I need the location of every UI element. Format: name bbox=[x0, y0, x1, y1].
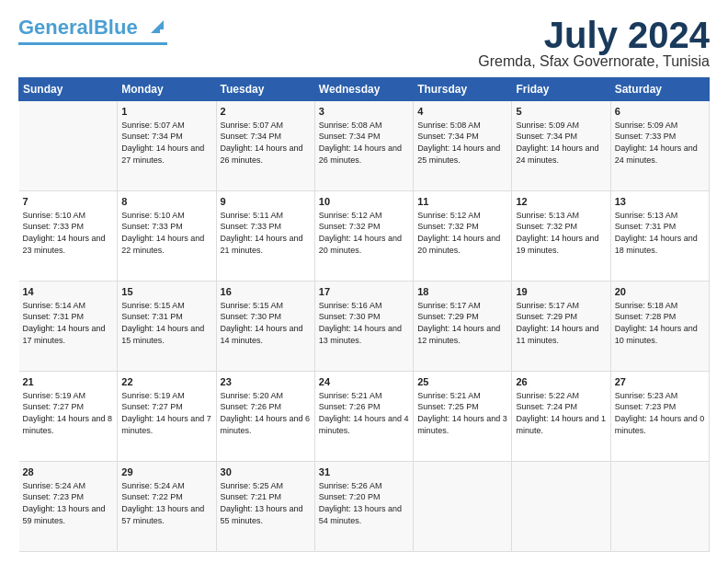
day-number: 4 bbox=[417, 105, 507, 119]
calendar-day-cell: 19Sunrise: 5:17 AMSunset: 7:29 PMDayligh… bbox=[512, 282, 610, 372]
calendar-day-cell: 11Sunrise: 5:12 AMSunset: 7:32 PMDayligh… bbox=[414, 191, 512, 282]
day-number: 15 bbox=[121, 285, 211, 299]
calendar-day-cell: 28Sunrise: 5:24 AMSunset: 7:23 PMDayligh… bbox=[19, 462, 118, 552]
day-number: 18 bbox=[417, 285, 507, 299]
sun-info: Sunrise: 5:13 AMSunset: 7:32 PMDaylight:… bbox=[516, 210, 606, 256]
calendar-table: Sunday Monday Tuesday Wednesday Thursday… bbox=[18, 77, 710, 552]
calendar-day-cell: 21Sunrise: 5:19 AMSunset: 7:27 PMDayligh… bbox=[19, 372, 118, 462]
calendar-day-cell: 13Sunrise: 5:13 AMSunset: 7:31 PMDayligh… bbox=[610, 191, 709, 282]
day-number: 12 bbox=[516, 195, 606, 209]
calendar-day-cell: 30Sunrise: 5:25 AMSunset: 7:21 PMDayligh… bbox=[216, 462, 314, 552]
sun-info: Sunrise: 5:19 AMSunset: 7:27 PMDaylight:… bbox=[121, 390, 211, 436]
calendar-day-cell: 15Sunrise: 5:15 AMSunset: 7:31 PMDayligh… bbox=[118, 282, 216, 372]
calendar-day-cell: 24Sunrise: 5:21 AMSunset: 7:26 PMDayligh… bbox=[314, 372, 413, 462]
calendar-week-row: 14Sunrise: 5:14 AMSunset: 7:31 PMDayligh… bbox=[19, 282, 710, 372]
sun-info: Sunrise: 5:24 AMSunset: 7:23 PMDaylight:… bbox=[23, 480, 114, 526]
calendar-day-cell: 16Sunrise: 5:15 AMSunset: 7:30 PMDayligh… bbox=[216, 282, 314, 372]
day-number: 10 bbox=[319, 195, 409, 209]
day-number: 2 bbox=[221, 105, 311, 119]
calendar-day-cell bbox=[19, 101, 118, 191]
sun-info: Sunrise: 5:21 AMSunset: 7:25 PMDaylight:… bbox=[417, 390, 507, 436]
calendar-day-cell: 1Sunrise: 5:07 AMSunset: 7:34 PMDaylight… bbox=[118, 101, 216, 191]
calendar-day-cell bbox=[610, 462, 709, 552]
calendar-day-cell: 29Sunrise: 5:24 AMSunset: 7:22 PMDayligh… bbox=[118, 462, 216, 552]
calendar-day-cell: 18Sunrise: 5:17 AMSunset: 7:29 PMDayligh… bbox=[414, 282, 512, 372]
calendar-day-cell: 20Sunrise: 5:18 AMSunset: 7:28 PMDayligh… bbox=[610, 282, 709, 372]
calendar-day-cell: 17Sunrise: 5:16 AMSunset: 7:30 PMDayligh… bbox=[314, 282, 413, 372]
page-subtitle: Gremda, Sfax Governorate, Tunisia bbox=[478, 53, 710, 70]
sun-info: Sunrise: 5:17 AMSunset: 7:29 PMDaylight:… bbox=[516, 300, 606, 346]
day-number: 31 bbox=[319, 465, 409, 479]
calendar-day-cell: 7Sunrise: 5:10 AMSunset: 7:33 PMDaylight… bbox=[19, 191, 118, 282]
sun-info: Sunrise: 5:24 AMSunset: 7:22 PMDaylight:… bbox=[121, 480, 211, 526]
calendar-day-cell bbox=[512, 462, 610, 552]
sun-info: Sunrise: 5:20 AMSunset: 7:26 PMDaylight:… bbox=[221, 390, 311, 436]
calendar-week-row: 21Sunrise: 5:19 AMSunset: 7:27 PMDayligh… bbox=[19, 372, 710, 462]
calendar-week-row: 1Sunrise: 5:07 AMSunset: 7:34 PMDaylight… bbox=[19, 101, 710, 191]
page-title: July 2024 bbox=[478, 17, 710, 53]
sun-info: Sunrise: 5:17 AMSunset: 7:29 PMDaylight:… bbox=[417, 300, 507, 346]
sun-info: Sunrise: 5:16 AMSunset: 7:30 PMDaylight:… bbox=[319, 300, 409, 346]
col-tuesday: Tuesday bbox=[216, 78, 314, 101]
logo-bar bbox=[18, 42, 167, 45]
col-thursday: Thursday bbox=[414, 78, 512, 101]
sun-info: Sunrise: 5:19 AMSunset: 7:27 PMDaylight:… bbox=[23, 390, 114, 436]
calendar-day-cell: 31Sunrise: 5:26 AMSunset: 7:20 PMDayligh… bbox=[314, 462, 413, 552]
sun-info: Sunrise: 5:07 AMSunset: 7:34 PMDaylight:… bbox=[121, 120, 211, 166]
calendar-day-cell: 27Sunrise: 5:23 AMSunset: 7:23 PMDayligh… bbox=[610, 372, 709, 462]
col-wednesday: Wednesday bbox=[314, 78, 413, 101]
sun-info: Sunrise: 5:15 AMSunset: 7:30 PMDaylight:… bbox=[221, 300, 311, 346]
day-number: 8 bbox=[121, 195, 211, 209]
calendar-day-cell: 9Sunrise: 5:11 AMSunset: 7:33 PMDaylight… bbox=[216, 191, 314, 282]
header: GeneralBlue July 2024 Gremda, Sfax Gover… bbox=[18, 17, 710, 70]
sun-info: Sunrise: 5:10 AMSunset: 7:33 PMDaylight:… bbox=[121, 210, 211, 256]
logo-icon bbox=[147, 17, 167, 37]
col-monday: Monday bbox=[118, 78, 216, 101]
calendar-day-cell: 22Sunrise: 5:19 AMSunset: 7:27 PMDayligh… bbox=[118, 372, 216, 462]
calendar-day-cell: 2Sunrise: 5:07 AMSunset: 7:34 PMDaylight… bbox=[216, 101, 314, 191]
sun-info: Sunrise: 5:18 AMSunset: 7:28 PMDaylight:… bbox=[615, 300, 705, 346]
calendar-day-cell: 3Sunrise: 5:08 AMSunset: 7:34 PMDaylight… bbox=[314, 101, 413, 191]
sun-info: Sunrise: 5:23 AMSunset: 7:23 PMDaylight:… bbox=[615, 390, 705, 436]
calendar-week-row: 7Sunrise: 5:10 AMSunset: 7:33 PMDaylight… bbox=[19, 191, 710, 282]
day-number: 6 bbox=[615, 105, 705, 119]
day-number: 22 bbox=[121, 375, 211, 389]
day-number: 13 bbox=[615, 195, 705, 209]
sun-info: Sunrise: 5:25 AMSunset: 7:21 PMDaylight:… bbox=[221, 480, 311, 526]
sun-info: Sunrise: 5:09 AMSunset: 7:34 PMDaylight:… bbox=[516, 120, 606, 166]
day-number: 24 bbox=[319, 375, 409, 389]
day-number: 11 bbox=[417, 195, 507, 209]
col-sunday: Sunday bbox=[19, 78, 118, 101]
sun-info: Sunrise: 5:12 AMSunset: 7:32 PMDaylight:… bbox=[319, 210, 409, 256]
logo-general: General bbox=[18, 16, 94, 39]
col-friday: Friday bbox=[512, 78, 610, 101]
calendar-day-cell: 10Sunrise: 5:12 AMSunset: 7:32 PMDayligh… bbox=[314, 191, 413, 282]
calendar-week-row: 28Sunrise: 5:24 AMSunset: 7:23 PMDayligh… bbox=[19, 462, 710, 552]
logo-text: GeneralBlue bbox=[18, 17, 167, 40]
sun-info: Sunrise: 5:14 AMSunset: 7:31 PMDaylight:… bbox=[23, 300, 114, 346]
day-number: 23 bbox=[221, 375, 311, 389]
day-number: 1 bbox=[121, 105, 211, 119]
calendar-day-cell: 8Sunrise: 5:10 AMSunset: 7:33 PMDaylight… bbox=[118, 191, 216, 282]
sun-info: Sunrise: 5:08 AMSunset: 7:34 PMDaylight:… bbox=[417, 120, 507, 166]
day-number: 27 bbox=[615, 375, 705, 389]
calendar-day-cell bbox=[414, 462, 512, 552]
day-number: 7 bbox=[23, 195, 114, 209]
day-number: 26 bbox=[516, 375, 606, 389]
calendar-day-cell: 6Sunrise: 5:09 AMSunset: 7:33 PMDaylight… bbox=[610, 101, 709, 191]
day-number: 16 bbox=[221, 285, 311, 299]
day-number: 25 bbox=[417, 375, 507, 389]
calendar-day-cell: 23Sunrise: 5:20 AMSunset: 7:26 PMDayligh… bbox=[216, 372, 314, 462]
day-number: 9 bbox=[221, 195, 311, 209]
sun-info: Sunrise: 5:26 AMSunset: 7:20 PMDaylight:… bbox=[319, 480, 409, 526]
day-number: 17 bbox=[319, 285, 409, 299]
calendar-header-row: Sunday Monday Tuesday Wednesday Thursday… bbox=[19, 78, 710, 101]
calendar-day-cell: 4Sunrise: 5:08 AMSunset: 7:34 PMDaylight… bbox=[414, 101, 512, 191]
sun-info: Sunrise: 5:12 AMSunset: 7:32 PMDaylight:… bbox=[417, 210, 507, 256]
day-number: 30 bbox=[221, 465, 311, 479]
calendar-day-cell: 12Sunrise: 5:13 AMSunset: 7:32 PMDayligh… bbox=[512, 191, 610, 282]
calendar-day-cell: 14Sunrise: 5:14 AMSunset: 7:31 PMDayligh… bbox=[19, 282, 118, 372]
logo-blue: Blue bbox=[94, 16, 138, 39]
logo: GeneralBlue bbox=[18, 17, 167, 45]
sun-info: Sunrise: 5:15 AMSunset: 7:31 PMDaylight:… bbox=[121, 300, 211, 346]
